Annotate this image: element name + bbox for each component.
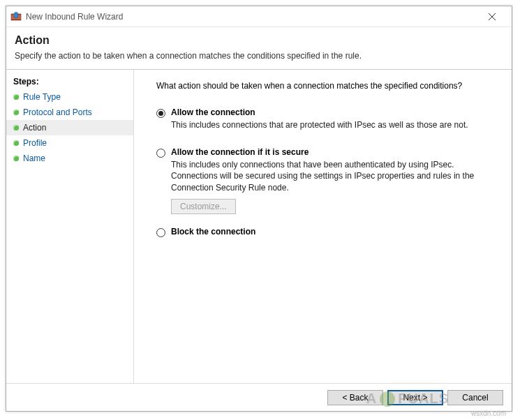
step-label: Profile <box>23 138 47 148</box>
step-rule-type[interactable]: Rule Type <box>6 89 133 105</box>
option-desc: This includes connections that are prote… <box>171 119 492 130</box>
option-block[interactable]: Block the connection <box>156 227 498 239</box>
option-title: Block the connection <box>171 227 498 237</box>
bullet-icon <box>13 94 19 100</box>
step-label: Action <box>23 123 46 133</box>
page-title: Action <box>15 34 503 47</box>
option-body: Allow the connection if it is secure Thi… <box>171 147 498 214</box>
close-button[interactable] <box>478 7 506 27</box>
content-panel: What action should be taken when a conne… <box>134 70 512 383</box>
bullet-icon <box>13 156 19 161</box>
radio-allow[interactable] <box>156 109 165 118</box>
next-button[interactable]: Next > <box>387 390 443 405</box>
question-text: What action should be taken when a conne… <box>156 81 498 91</box>
step-label: Rule Type <box>23 92 61 102</box>
wizard-window: New Inbound Rule Wizard Action Specify t… <box>6 6 512 412</box>
step-action[interactable]: Action <box>6 120 133 135</box>
option-body: Block the connection <box>171 227 498 239</box>
steps-heading: Steps: <box>6 74 133 89</box>
steps-panel: Steps: Rule Type Protocol and Ports Acti… <box>6 70 134 383</box>
option-desc: This includes only connections that have… <box>171 159 492 193</box>
bullet-icon <box>13 140 19 146</box>
option-allow-secure[interactable]: Allow the connection if it is secure Thi… <box>156 147 498 214</box>
radio-block[interactable] <box>156 228 165 237</box>
customize-button: Customize... <box>171 199 236 214</box>
step-protocol-ports[interactable]: Protocol and Ports <box>6 105 133 120</box>
bullet-icon <box>13 110 19 115</box>
credit-text: wsxdn.com <box>471 410 506 417</box>
bullet-icon <box>13 125 19 130</box>
radio-allow-secure[interactable] <box>156 149 165 158</box>
option-title: Allow the connection if it is secure <box>171 147 498 157</box>
step-name[interactable]: Name <box>6 151 133 166</box>
step-profile[interactable]: Profile <box>6 135 133 151</box>
firewall-icon <box>10 11 22 22</box>
page-subtitle: Specify the action to be taken when a co… <box>15 51 503 61</box>
window-title: New Inbound Rule Wizard <box>26 12 478 22</box>
cancel-button[interactable]: Cancel <box>447 390 503 405</box>
option-body: Allow the connection This includes conne… <box>171 107 498 135</box>
wizard-body: Steps: Rule Type Protocol and Ports Acti… <box>6 70 512 383</box>
wizard-footer: APUALS < Back Next > Cancel <box>6 383 512 411</box>
titlebar: New Inbound Rule Wizard <box>6 6 512 27</box>
back-button[interactable]: < Back <box>327 390 383 405</box>
step-label: Protocol and Ports <box>23 107 92 117</box>
wizard-header: Action Specify the action to be taken wh… <box>6 27 512 70</box>
option-title: Allow the connection <box>171 107 498 117</box>
step-label: Name <box>23 153 45 163</box>
option-allow[interactable]: Allow the connection This includes conne… <box>156 107 498 135</box>
